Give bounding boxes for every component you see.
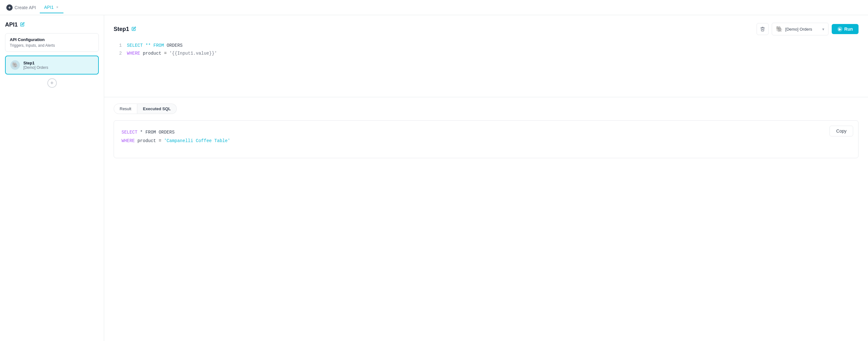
run-button[interactable]: ▶ Run [832, 24, 859, 34]
sidebar-api-name: API1 [5, 22, 18, 28]
header-actions: 🐘 [Demo] Orders ▾ ▶ Run [756, 23, 859, 35]
step-title-text: Step1 [114, 26, 129, 33]
api-config-subtitle: Triggers, Inputs, and Alerts [10, 43, 94, 48]
sidebar: API1 API Configuration Triggers, Inputs,… [0, 15, 104, 341]
copy-button[interactable]: Copy [830, 126, 853, 136]
content-area: Step1 🐘 [Demo] Orders ▾ ▶ [104, 15, 868, 341]
result-from-table: FROM ORDERS [146, 130, 175, 135]
close-icon[interactable]: × [56, 4, 59, 10]
delete-step-button[interactable] [756, 23, 769, 35]
step1-datasource: [Demo] Orders [23, 65, 48, 70]
result-keyword-select: SELECT [122, 130, 137, 135]
table-name: ORDERS [167, 43, 182, 48]
keyword-star: * [146, 43, 148, 48]
postgres-icon: 🐘 [10, 60, 20, 70]
template-value: '{{Input1.value}}' [169, 51, 217, 56]
result-value: 'Campanelli Coffee Table' [164, 138, 230, 143]
result-keyword-where: WHERE [122, 138, 135, 143]
tab-bar: + Create API API1 × [0, 0, 868, 15]
plus-circle-icon: + [6, 4, 12, 11]
column-name: product [143, 51, 161, 56]
results-tabs: Result Executed SQL [114, 103, 859, 114]
add-step-icon[interactable]: + [48, 78, 57, 88]
result-line-2: WHERE product = 'Campanelli Coffee Table… [122, 137, 850, 145]
results-area: Result Executed SQL Copy SELECT * FR [104, 97, 868, 341]
keyword-select: SELECT [127, 43, 143, 48]
main-layout: API1 API Configuration Triggers, Inputs,… [0, 15, 868, 341]
result-star: * [140, 130, 143, 135]
code-line-2: 2 WHERE product = '{{Input1.value}}' [117, 50, 856, 58]
datasource-selector[interactable]: 🐘 [Demo] Orders ▾ [772, 23, 829, 35]
result-col: product [137, 138, 156, 143]
sql-result-box: Copy SELECT * FROM ORDERS WHERE product [114, 120, 859, 158]
query-editor: Step1 🐘 [Demo] Orders ▾ ▶ [104, 15, 868, 97]
play-icon: ▶ [837, 27, 842, 32]
step1-card[interactable]: 🐘 Step1 [Demo] Orders [5, 56, 99, 74]
line-number-1: 1 [117, 42, 122, 50]
datasource-label: [Demo] Orders [785, 27, 812, 32]
query-editor-header: Step1 🐘 [Demo] Orders ▾ ▶ [114, 23, 859, 35]
keyword-from: FROM [153, 43, 164, 48]
code-line-1: 1 SELECT ** FROM ORDERS [117, 42, 856, 50]
api1-tab-label: API1 [44, 5, 54, 10]
api-config-title: API Configuration [10, 37, 94, 42]
result-line-1: SELECT * FROM ORDERS [122, 128, 850, 137]
step1-name: Step1 [23, 61, 48, 65]
svg-text:🐘: 🐘 [12, 62, 18, 68]
tab-executed-sql[interactable]: Executed SQL [137, 103, 177, 114]
tab-result[interactable]: Result [114, 103, 137, 114]
chevron-down-icon: ▾ [822, 27, 825, 32]
sidebar-title: API1 [5, 22, 99, 28]
executed-sql-display: SELECT * FROM ORDERS WHERE product = 'Ca… [122, 128, 850, 145]
line-number-2: 2 [117, 50, 122, 58]
star-char: * [148, 43, 151, 48]
edit-api-name-icon[interactable] [20, 22, 25, 28]
api-config-card[interactable]: API Configuration Triggers, Inputs, and … [5, 33, 99, 52]
sql-editor[interactable]: 1 SELECT ** FROM ORDERS 2 WHERE [114, 42, 859, 58]
create-api-label: Create API [14, 5, 36, 10]
tab-create-api[interactable]: + Create API [2, 2, 40, 13]
add-step-button[interactable]: + [5, 78, 99, 88]
step-title: Step1 [114, 26, 136, 33]
step1-info: Step1 [Demo] Orders [23, 61, 48, 70]
tab-api1[interactable]: API1 × [40, 2, 63, 13]
postgres-selector-icon: 🐘 [776, 26, 783, 33]
keyword-where: WHERE [127, 51, 140, 56]
edit-step-name-icon[interactable] [132, 27, 136, 32]
run-label: Run [844, 27, 853, 32]
